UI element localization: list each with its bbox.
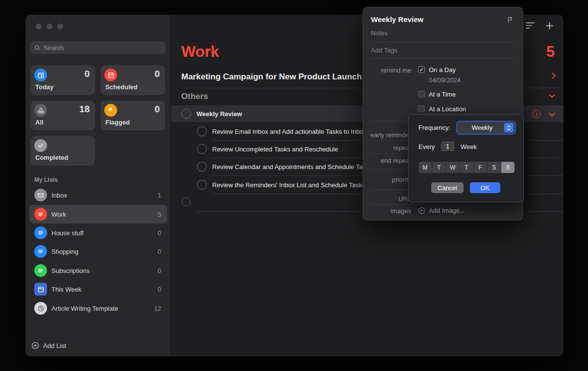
weekday-segment[interactable]: F <box>474 162 488 173</box>
section-marketing-title[interactable]: Marketing Campaign for New Product Launc… <box>181 72 362 82</box>
sidebar-item-work[interactable]: Work 5 <box>29 205 167 223</box>
window-close-button[interactable] <box>36 24 42 29</box>
list-lines-icon <box>34 208 47 221</box>
task-checkbox[interactable] <box>197 180 207 190</box>
remind-me-label: remind me <box>363 67 411 74</box>
sidebar-item-article-writing-template[interactable]: Article Writing Template 12 <box>29 299 167 318</box>
flagged-label: Flagged <box>105 119 130 126</box>
task-checkbox[interactable] <box>197 126 207 136</box>
scheduled-count: 0 <box>154 69 160 79</box>
calendar-icon <box>104 69 117 81</box>
reminder-date[interactable]: 04/09/2024 <box>429 76 461 84</box>
flag-icon[interactable] <box>505 15 515 25</box>
at-a-location-label: At a Location <box>429 105 466 113</box>
remaining-count: 5 <box>546 43 555 61</box>
add-list-label: Add List <box>43 342 66 349</box>
cancel-button[interactable]: Cancel <box>431 182 464 193</box>
flag-icon <box>104 104 117 117</box>
sidebar-item-house-stuff[interactable]: House stuff 0 <box>29 223 167 242</box>
list-count: 0 <box>158 267 161 274</box>
divider <box>371 58 516 59</box>
at-a-location-checkbox[interactable] <box>418 105 425 112</box>
new-task-checkbox[interactable] <box>182 198 191 206</box>
smart-lists-grid: 0 Today 0 Scheduled 18 All <box>30 65 165 166</box>
info-icon[interactable]: i <box>532 110 540 118</box>
sidebar-item-shopping[interactable]: Shopping 0 <box>29 242 167 261</box>
calendar-grid-icon <box>34 283 47 296</box>
my-lists-header: My Lists <box>34 176 58 183</box>
task-checkbox[interactable] <box>197 144 207 154</box>
section-others-title[interactable]: Others <box>181 92 208 101</box>
list-label: This Week <box>51 286 153 293</box>
smartlist-today[interactable]: 0 Today <box>30 65 95 95</box>
task-row[interactable]: Review Calendar and Appointments and Sch… <box>197 162 372 172</box>
new-task-row[interactable] <box>182 198 191 206</box>
list-count: 1 <box>158 192 161 199</box>
task-row[interactable]: Weekly Review <box>181 109 242 119</box>
task-row[interactable]: Review Email Inbox and Add actionable Ta… <box>197 126 367 136</box>
page-title: Work <box>181 43 219 61</box>
on-a-day-checkbox[interactable]: ✓ <box>418 66 425 73</box>
at-a-time-checkbox[interactable] <box>418 91 425 98</box>
search-icon <box>34 45 41 51</box>
add-list-button[interactable]: Add List <box>31 342 66 349</box>
ok-button[interactable]: OK <box>470 182 500 193</box>
divider <box>371 204 516 205</box>
repeat-label: repeat <box>363 144 411 151</box>
detail-title: Weekly Review <box>371 15 423 24</box>
frequency-label: Frequency: <box>418 124 450 131</box>
weekday-segment[interactable]: M <box>418 162 432 173</box>
url-label: URL <box>363 195 411 202</box>
task-checkbox[interactable] <box>181 109 191 119</box>
flagged-count: 0 <box>154 104 160 115</box>
frequency-select[interactable]: Weekly <box>458 122 514 133</box>
sidebar: 0 Today 0 Scheduled 18 All <box>25 15 171 356</box>
weekday-segment[interactable]: W <box>446 162 460 173</box>
sort-icon[interactable] <box>525 22 536 31</box>
completed-label: Completed <box>35 154 68 161</box>
window-minimize-button[interactable] <box>47 24 52 29</box>
list-label: House stuff <box>51 229 153 237</box>
list-count: 12 <box>154 305 161 312</box>
task-title: Weekly Review <box>196 110 242 118</box>
chevron-right-icon[interactable] <box>549 73 556 79</box>
sidebar-item-inbox[interactable]: Inbox 1 <box>29 186 167 204</box>
list-label: Shopping <box>51 248 153 255</box>
weekday-segment[interactable]: T <box>460 162 473 173</box>
list-count: 0 <box>158 286 161 293</box>
add-reminder-icon[interactable] <box>545 22 554 32</box>
all-count: 18 <box>79 104 90 115</box>
envelope-icon <box>34 189 47 201</box>
every-label: Every <box>418 143 435 150</box>
add-image-button[interactable]: Add Image... <box>418 207 465 214</box>
weekday-segment[interactable]: T <box>432 162 446 173</box>
checkmark-icon <box>34 139 47 152</box>
chevron-down-icon[interactable] <box>549 92 555 98</box>
task-row[interactable]: Review Uncompleted Tasks and Reschedule <box>197 144 338 154</box>
scheduled-label: Scheduled <box>105 83 138 91</box>
today-label: Today <box>35 83 53 91</box>
notes-input[interactable]: Notes <box>371 29 388 37</box>
sidebar-item-this-week[interactable]: This Week 0 <box>29 280 167 298</box>
search-input[interactable] <box>44 44 162 51</box>
early-reminder-label: early reminder <box>363 131 411 139</box>
weekday-segment[interactable]: S <box>488 162 501 173</box>
sidebar-item-subscriptions[interactable]: Subscriptions 0 <box>29 261 167 280</box>
add-image-label: Add Image... <box>429 207 465 214</box>
tags-input[interactable]: Add Tags <box>371 47 397 54</box>
every-value-input[interactable] <box>441 142 454 151</box>
smartlist-all[interactable]: 18 All <box>30 100 95 130</box>
weekday-segment-selected[interactable]: S <box>501 162 514 173</box>
list-label: Subscriptions <box>51 267 153 274</box>
tray-icon <box>34 104 47 117</box>
search-field[interactable] <box>30 41 166 54</box>
add-circle-icon <box>418 207 425 214</box>
smartlist-scheduled[interactable]: 0 Scheduled <box>100 65 165 95</box>
task-title: Review Email Inbox and Add actionable Ta… <box>212 128 367 135</box>
smartlist-completed[interactable]: Completed <box>30 136 95 166</box>
task-checkbox[interactable] <box>197 162 207 172</box>
task-row[interactable]: Review the Reminders' Inbox List and Sch… <box>197 180 365 190</box>
smartlist-flagged[interactable]: 0 Flagged <box>100 100 165 130</box>
add-circle-icon <box>31 342 39 349</box>
window-zoom-button[interactable] <box>57 24 63 29</box>
